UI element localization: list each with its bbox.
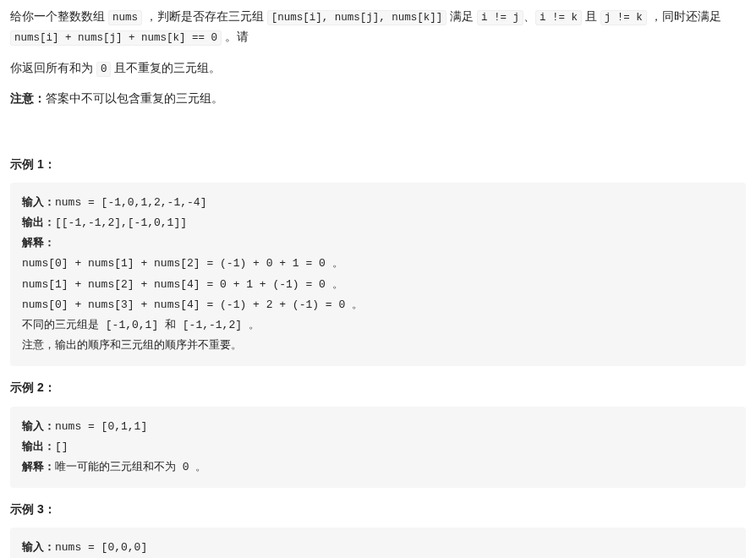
- text: 且: [582, 9, 600, 23]
- code-sum: nums[i] + nums[j] + nums[k] == 0: [10, 30, 222, 46]
- explain-line: 唯一可能的三元组和不为 0 。: [55, 461, 206, 473]
- code-cond3: j != k: [600, 10, 647, 25]
- intro-paragraph-1: 给你一个整数数组 nums ，判断是否存在三元组 [nums[i], nums[…: [10, 7, 746, 48]
- input-label: 输入：: [22, 196, 55, 209]
- text: 。请: [222, 30, 249, 43]
- input-value: nums = [-1,0,1,2,-1,-4]: [55, 196, 206, 209]
- explain-line: nums[1] + nums[2] + nums[4] = 0 + 1 + (-…: [22, 278, 343, 291]
- note-paragraph: 注意：答案中不可以包含重复的三元组。: [10, 89, 746, 109]
- output-value: [[-1,-1,2],[-1,0,1]]: [55, 216, 187, 229]
- text: 且不重复的三元组。: [111, 61, 221, 74]
- code-nums: nums: [108, 10, 142, 25]
- text: ，同时还满足: [647, 9, 721, 23]
- code-cond1: i != j: [477, 10, 523, 25]
- code-cond2: i != k: [535, 10, 582, 25]
- code-triplet: [nums[i], nums[j], nums[k]]: [267, 10, 447, 25]
- explain-label: 解释：: [22, 461, 55, 473]
- note-label: 注意：: [10, 91, 46, 105]
- text: 给你一个整数数组: [10, 9, 108, 23]
- text: ，判断是否存在三元组: [142, 9, 267, 23]
- input-label: 输入：: [22, 541, 55, 554]
- explain-line: nums[0] + nums[3] + nums[4] = (-1) + 2 +…: [22, 298, 363, 311]
- example-block-3: 输入：nums = [0,0,0] 输出：[[0,0,0]] 解释：唯一可能的三…: [10, 528, 746, 558]
- example-block-1: 输入：nums = [-1,0,1,2,-1,-4] 输出：[[-1,-1,2]…: [10, 183, 746, 365]
- intro-paragraph-2: 你返回所有和为 0 且不重复的三元组。: [10, 58, 746, 79]
- text: 你返回所有和为: [10, 61, 96, 74]
- code-zero: 0: [96, 62, 112, 77]
- explain-label: 解释：: [22, 237, 55, 249]
- input-value: nums = [0,1,1]: [55, 420, 147, 433]
- output-label: 输出：: [22, 440, 55, 453]
- text: 、: [523, 9, 535, 23]
- text: 满足: [446, 9, 477, 23]
- note-text: 答案中不可以包含重复的三元组。: [46, 91, 223, 105]
- example-heading-1: 示例 1：: [10, 155, 746, 175]
- output-value: []: [55, 440, 68, 453]
- example-heading-2: 示例 2：: [10, 378, 746, 398]
- explain-line: 注意，输出的顺序和三元组的顺序并不重要。: [22, 339, 242, 352]
- explain-line: nums[0] + nums[1] + nums[2] = (-1) + 0 +…: [22, 257, 343, 270]
- example-block-2: 输入：nums = [0,1,1] 输出：[] 解释：唯一可能的三元组和不为 0…: [10, 407, 746, 488]
- example-heading-3: 示例 3：: [10, 500, 746, 520]
- input-value: nums = [0,0,0]: [55, 541, 147, 554]
- explain-line: 不同的三元组是 [-1,0,1] 和 [-1,-1,2] 。: [22, 319, 260, 331]
- input-label: 输入：: [22, 420, 55, 433]
- output-label: 输出：: [22, 216, 55, 229]
- spacer: [10, 119, 746, 150]
